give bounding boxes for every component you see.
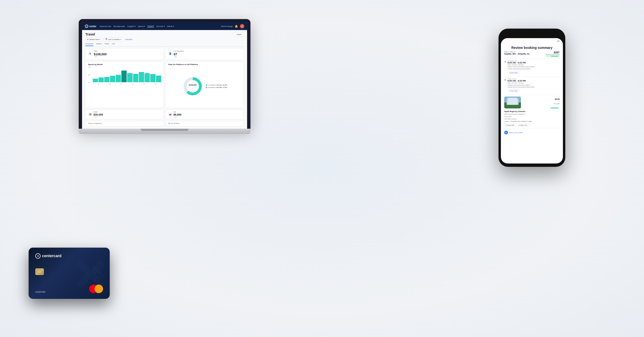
travelers-change: ↑ 3% bbox=[174, 56, 184, 58]
nav-spend[interactable]: Spend ▾ bbox=[138, 25, 145, 27]
platform-chart: Total On Platform vs Off Platform $108,0… bbox=[165, 61, 244, 108]
bars-container bbox=[93, 65, 161, 82]
svg-marker-8 bbox=[98, 269, 107, 279]
bar-10 bbox=[144, 73, 150, 82]
flight-1-info: Thursday, Feb 4 8:00 AM - 4:23 PM Delta … bbox=[508, 60, 560, 74]
booking-policy-badge: IN POLICY bbox=[546, 55, 560, 57]
navbar: ✕ center Expense Hub My Approvals Insigh… bbox=[82, 22, 247, 30]
booking-price: $287 bbox=[546, 51, 560, 54]
booking-dates: Feb 4 - Feb 12 bbox=[504, 51, 530, 53]
flight-2-info: Friday, Feb 12 8:00 AM - 4:23 PM Delta •… bbox=[508, 78, 560, 92]
card-logo: ✕ centercard bbox=[35, 253, 103, 259]
spend-by-month-title: Spend by Month bbox=[88, 63, 161, 65]
total-value: $108,000 bbox=[94, 52, 106, 56]
x-label-oct: Oct bbox=[127, 83, 138, 85]
nav-account[interactable]: Account ▾ bbox=[156, 25, 164, 27]
export-label: Export bbox=[237, 34, 242, 35]
user-avatar[interactable]: J bbox=[240, 24, 244, 28]
nav-expense-hub[interactable]: Expense Hub bbox=[100, 25, 111, 27]
section-divider bbox=[504, 95, 560, 95]
date-filter-label: Last 12 Months bbox=[108, 39, 120, 40]
bar-8 bbox=[133, 74, 138, 82]
phone-outer: ●●● Review booking summary Feb 4 - Feb 1… bbox=[498, 28, 565, 167]
travelers-icon: 👤 bbox=[168, 51, 172, 56]
export-button[interactable]: ↓ Export bbox=[233, 33, 244, 36]
donut-legend: On Platform $77,415 • 62.3% Off Platform… bbox=[206, 84, 227, 88]
tab-hotel[interactable]: Hotel bbox=[105, 43, 109, 46]
hotel-policy-badge: IN POLICY bbox=[550, 107, 560, 109]
export-icon: ↓ bbox=[235, 34, 236, 35]
y-label-6k: $6K bbox=[88, 74, 91, 75]
nav-admin[interactable]: Admin ▾ bbox=[167, 25, 174, 27]
bar-4 bbox=[110, 76, 115, 82]
tab-car[interactable]: Car bbox=[112, 43, 115, 46]
change-flight-1-button[interactable]: Change flight bbox=[508, 71, 519, 74]
mastercard-orange-circle bbox=[94, 285, 103, 293]
hotel-label: Hotel bbox=[94, 111, 103, 113]
tab-bar: Overview Airfare Hotel Car bbox=[86, 43, 244, 47]
booking-location: Seattle, WA - Orlando, FL bbox=[504, 53, 530, 55]
filter-grid-icon: ⊞ bbox=[87, 38, 89, 40]
total-stat-card: $ Total $108,000 ↑ 3% bbox=[86, 48, 164, 60]
nav-approvals[interactable]: My Approvals bbox=[114, 25, 125, 27]
phone-screen: ●●● Review booking summary Feb 4 - Feb 1… bbox=[501, 38, 563, 163]
bar-12 bbox=[156, 75, 161, 82]
nav-travel[interactable]: Travel ▾ bbox=[147, 25, 154, 28]
flight-1-route: Seattle-Tacoma International Airport (SE… bbox=[508, 66, 560, 70]
change-hotel-button[interactable]: Change hotel bbox=[504, 124, 516, 127]
change-room-button[interactable]: Change room bbox=[517, 124, 529, 127]
nav-insights[interactable]: Insights ▾ bbox=[127, 25, 136, 27]
hotel-stars: 3-star hotel bbox=[504, 116, 560, 117]
view-filter-label: Default View bbox=[90, 39, 99, 40]
mastercard-logo bbox=[89, 285, 103, 293]
nav-logo[interactable]: ✕ center bbox=[85, 24, 96, 28]
car-icon: 🚗 bbox=[168, 112, 172, 116]
main-content: Travel ↓ Export ⊞ Default View ▾ 📅 bbox=[82, 30, 247, 129]
travelers-stat-card: 👤 # of Travelers 87 ↑ 3% bbox=[165, 48, 244, 60]
notification-icon[interactable]: 🔔 bbox=[235, 25, 238, 28]
travelers-label: # of Travelers bbox=[174, 50, 184, 52]
date-filter[interactable]: 📅 Last 12 Months ▾ bbox=[104, 38, 123, 41]
tab-overview[interactable]: Overview bbox=[86, 43, 93, 46]
spend-by-month-chart: Spend by Month $12K $6K $0K bbox=[86, 61, 164, 108]
x-axis-labels: Jul Aug Sep Oct Nov Dec bbox=[93, 83, 161, 85]
card-logo-icon: ✕ bbox=[35, 253, 40, 259]
flight-1-time: 8:00 AM - 4:23 PM bbox=[508, 61, 560, 64]
flight-1-icon: ✈ bbox=[504, 60, 506, 74]
hotel-price-label: Per night bbox=[554, 103, 560, 104]
laptop-screen: ✕ center Expense Hub My Approvals Insigh… bbox=[79, 19, 250, 129]
view-filter[interactable]: ⊞ Default View ▾ bbox=[86, 38, 102, 41]
chip-detail bbox=[37, 270, 42, 274]
bar-3 bbox=[104, 77, 110, 82]
off-platform-dot bbox=[206, 87, 207, 88]
workspace-label[interactable]: Tacoma Garage bbox=[221, 25, 233, 27]
change-flight-2-button[interactable]: Change flight bbox=[508, 89, 519, 92]
view-filter-chevron: ▾ bbox=[100, 39, 100, 40]
card-brand-name: centercard bbox=[42, 254, 62, 258]
section-labels-row: Policy Compliance Top 10 Vendors bbox=[86, 121, 244, 126]
card-type-label: corporate bbox=[35, 291, 45, 293]
filter-bar: ⊞ Default View ▾ 📅 Last 12 Months ▾ + Ad… bbox=[86, 38, 244, 41]
bar-5 bbox=[116, 75, 121, 82]
on-platform-legend: On Platform $77,415 • 62.3% bbox=[206, 84, 227, 86]
x-label-sep: Sep bbox=[116, 83, 127, 85]
bottom-stats-row: 🏨 Hotel $30,000 ↑ 3% 🚗 Car bbox=[86, 109, 244, 119]
add-filter-button[interactable]: + Add filter bbox=[124, 39, 132, 40]
car-stat-card: 🚗 Car $8,000 ↑ 3% bbox=[165, 109, 244, 119]
bar-9 bbox=[139, 72, 144, 82]
total-icon: $ bbox=[88, 51, 92, 56]
add-car-icon[interactable]: + bbox=[504, 131, 508, 134]
logo-text: center bbox=[89, 25, 96, 28]
add-car-label[interactable]: Add a car rental bbox=[509, 132, 522, 134]
page-header: Travel ↓ Export bbox=[86, 32, 244, 36]
car-change: ↑ 3% bbox=[174, 116, 182, 118]
y-label-0k: $0K bbox=[88, 82, 91, 83]
hotel-info: $119 Per night IN POLICY bbox=[523, 96, 560, 109]
add-car-row: + Add a car rental bbox=[504, 130, 560, 135]
tab-airfare[interactable]: Airfare bbox=[96, 43, 102, 46]
svg-text:$108,000: $108,000 bbox=[189, 84, 197, 86]
flight-2: ✈ Friday, Feb 12 8:00 AM - 4:23 PM Delta… bbox=[504, 77, 560, 93]
laptop-device: ✕ center Expense Hub My Approvals Insigh… bbox=[79, 19, 250, 143]
flight-2-airline: Delta • 5h 23m • Nonstop bbox=[508, 82, 560, 84]
phone-signal: ●●● bbox=[557, 40, 560, 42]
